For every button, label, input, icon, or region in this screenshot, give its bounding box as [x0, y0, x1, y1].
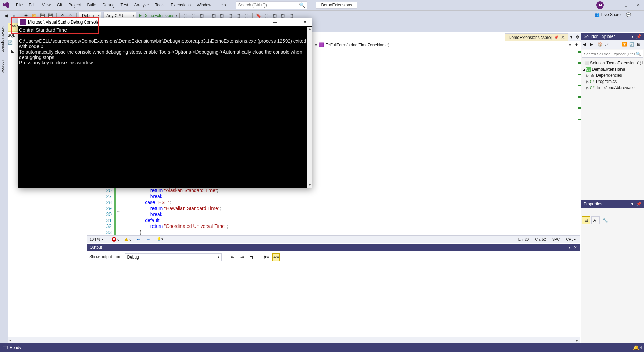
panel-dropdown-icon[interactable]: ▾	[568, 245, 570, 250]
minimize-icon[interactable]: —	[267, 18, 282, 27]
back-icon[interactable]: ◀	[583, 42, 588, 47]
word-wrap-icon[interactable]: ↩≡	[272, 253, 280, 261]
menu-project[interactable]: Project	[65, 3, 84, 8]
file-node[interactable]: ▷C#Program.cs	[582, 78, 643, 85]
output-tool-icon[interactable]: ⇉	[248, 253, 255, 261]
collapse-all-icon[interactable]: ⊟	[637, 42, 642, 47]
server-explorer-tab[interactable]: Server Explorer	[0, 22, 6, 55]
project-node[interactable]: ◢C#DemoExtensions	[582, 66, 643, 72]
solution-search[interactable]: 🔍	[582, 50, 643, 58]
panel-dropdown-icon[interactable]: ▾	[631, 202, 633, 206]
search-input[interactable]	[238, 3, 299, 8]
tab-settings-icon[interactable]: ✲	[574, 35, 581, 40]
menu-edit[interactable]: Edit	[26, 3, 39, 8]
solution-name[interactable]: DemoExtensions	[316, 2, 357, 9]
switch-view-icon[interactable]: ⇄	[605, 42, 611, 47]
error-count-icon[interactable]: ✖	[112, 237, 116, 242]
scroll-down-icon[interactable]: ▾	[307, 183, 312, 188]
pin-icon[interactable]: 📌	[554, 35, 558, 39]
menu-git[interactable]: Git	[54, 3, 65, 8]
menu-file[interactable]: File	[13, 3, 26, 8]
live-share-feedback-icon[interactable]: 💬	[626, 12, 631, 17]
menu-debug[interactable]: Debug	[99, 3, 117, 8]
health-icon[interactable]: 💡▾	[157, 237, 163, 241]
panel-dropdown-icon[interactable]: ▾	[631, 34, 633, 39]
menu-help[interactable]: Help	[215, 3, 229, 8]
eol-indicator[interactable]: CRLF	[566, 237, 576, 241]
nav-back-icon[interactable]: ◀	[2, 12, 10, 19]
member-nav-combo[interactable]: ▾ 🟪 ToFullForm(string TimeZoneName) ▾ ✚	[314, 41, 580, 49]
wrench-icon[interactable]: 🔧	[601, 216, 609, 224]
csproj-icon: C#	[586, 67, 591, 72]
file-node[interactable]: ▷C#TimeZoneAbbreviatio	[582, 85, 643, 91]
menu-tools[interactable]: Tools	[152, 3, 167, 8]
forward-icon[interactable]: ▶	[590, 42, 596, 47]
nav-combo-text: ToFullForm(string TimeZoneName)	[326, 43, 567, 47]
prev-issue-icon[interactable]: ←	[136, 237, 141, 242]
console-titlebar[interactable]: Microsoft Visual Studio Debug Console — …	[18, 18, 312, 27]
panel-pin-icon[interactable]: 📌	[636, 34, 641, 39]
output-panel-header[interactable]: Output ▾✕	[87, 244, 580, 251]
start-debug-button[interactable]: DemoExtensions	[139, 13, 177, 18]
panel-close-icon[interactable]: ✕	[574, 245, 577, 250]
scroll-up-icon[interactable]: ▴	[307, 27, 312, 32]
indent-indicator[interactable]: SPC	[552, 237, 560, 241]
menu-build[interactable]: Build	[84, 3, 100, 8]
maximize-icon[interactable]: ◻	[282, 18, 297, 27]
properties-title[interactable]: Properties ▾📌	[581, 200, 644, 208]
col-indicator[interactable]: Ch: 52	[535, 237, 546, 241]
notifications-button[interactable]: 🔔 4	[633, 345, 642, 350]
horizontal-scrollbar[interactable]: ◂ ▸	[8, 337, 580, 343]
menu-analyze[interactable]: Analyze	[131, 3, 152, 8]
refresh-icon[interactable]: 🔄	[8, 40, 13, 46]
output-tool-icon[interactable]: ⇥	[238, 253, 246, 261]
menu-view[interactable]: View	[39, 3, 54, 8]
toolbox-tab[interactable]: Toolbox	[0, 56, 6, 76]
console-scrollbar[interactable]: ▴ ▾	[307, 27, 312, 188]
tab-overflow-icon[interactable]: ▾	[568, 35, 574, 40]
menu-extensions[interactable]: Extensions	[167, 3, 194, 8]
live-share-button[interactable]: 👥 Live Share 💬	[595, 12, 631, 17]
output-source-combo[interactable]: Debug▾	[125, 253, 222, 261]
close-icon[interactable]: ✕	[636, 3, 641, 8]
scroll-left-icon[interactable]: ◂	[8, 338, 13, 343]
refresh-icon[interactable]: 🔄	[629, 42, 635, 47]
scroll-right-icon[interactable]: ▸	[574, 338, 580, 343]
solution-node[interactable]: ⬜Solution 'DemoExtensions' (1	[582, 60, 643, 66]
properties-combo[interactable]	[581, 208, 644, 215]
alphabetical-icon[interactable]: A↓	[591, 216, 600, 224]
play-icon	[139, 14, 142, 17]
categorized-icon[interactable]: ▤	[582, 216, 590, 224]
left-vertical-tabs: Server Explorer Toolbox	[0, 22, 8, 77]
home-icon[interactable]: 🏠	[598, 42, 603, 47]
code-lines[interactable]: return "Alaskan Standard Time"; break; c…	[124, 188, 228, 235]
dependencies-node[interactable]: ▷⁂Dependencies	[582, 72, 643, 78]
chevron-down-icon[interactable]: ▾	[567, 43, 573, 47]
split-editor-icon[interactable]: ✚	[573, 43, 580, 47]
line-indicator[interactable]: Ln: 20	[518, 237, 529, 241]
maximize-icon[interactable]: ◻	[624, 3, 628, 8]
menu-test[interactable]: Test	[118, 3, 131, 8]
solution-explorer-title[interactable]: Solution Explorer ▾📌	[581, 33, 644, 40]
next-issue-icon[interactable]: →	[146, 237, 150, 242]
close-icon[interactable]: ✕	[297, 18, 312, 27]
minimize-icon[interactable]: —	[611, 3, 616, 8]
clear-output-icon[interactable]: ✖≡	[263, 253, 270, 261]
document-tab[interactable]: DemoExtensions.csproj 📌 ✕	[505, 33, 568, 41]
close-tab-icon[interactable]: ✕	[561, 35, 565, 40]
quick-search[interactable]: 🔍	[236, 1, 307, 9]
solution-tree[interactable]: ⬜Solution 'DemoExtensions' (1 ◢C#DemoExt…	[581, 59, 644, 92]
console-output[interactable]: Central Standard Time C:\Users\DELL\sour…	[18, 27, 312, 66]
panel-pin-icon[interactable]: 📌	[636, 202, 641, 206]
output-tool-icon[interactable]: ⇤	[229, 253, 236, 261]
separator	[225, 253, 225, 260]
warning-icon[interactable]	[124, 238, 128, 241]
menubar: FileEditViewGitProjectBuildDebugTestAnal…	[0, 0, 644, 10]
collapse-marker-icon[interactable]: ⋯	[117, 209, 120, 215]
filter-icon[interactable]: 🔽	[622, 42, 627, 47]
code-editor[interactable]: 2627282930313233 ⋯ return "Alaskan Stand…	[100, 188, 580, 241]
user-avatar[interactable]: DA	[596, 1, 604, 9]
solution-search-input[interactable]	[584, 52, 636, 56]
zoom-combo[interactable]: 104 %▾	[87, 237, 106, 241]
menu-window[interactable]: Window	[194, 3, 215, 8]
